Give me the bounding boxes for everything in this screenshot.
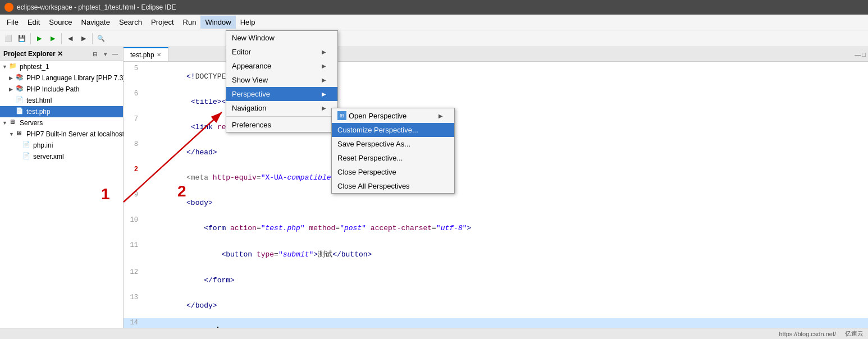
toolbar-back[interactable]: ◀ [64,33,76,45]
menu-edit[interactable]: Edit [23,16,44,29]
line-num-9: 9 [126,191,143,199]
menu-item-save-perspective[interactable]: Save Perspective As... [332,137,454,151]
toolbar-debug[interactable]: ▶ [47,33,59,45]
editor-tab-close[interactable]: ✕ [157,52,161,58]
editor-tab-end: — □ [852,47,868,61]
toolbar-sep2 [61,33,62,44]
menu-source[interactable]: Source [44,16,76,29]
toolbar-new[interactable]: ⬜ [2,33,15,45]
tree-test-php[interactable]: ▶ 📄 test.php [0,106,123,117]
perspective-submenu[interactable]: ⊞ Open Perspective ▶ Customize Perspecti… [331,108,455,194]
status-watermark: 亿速云 [845,329,864,338]
toolbar-save[interactable]: 💾 [16,33,28,45]
line-num-5: 5 [126,65,143,72]
code-content-11: <button type="submit">测试</button> [143,241,372,268]
menu-label-open-perspective: Open Perspective [349,112,406,120]
tree-label-php-lang: PHP Language Library [PHP 7.3] [26,74,125,82]
show-view-arrow-icon: ▶ [322,77,326,83]
tree-label-test-php: test.php [26,108,51,116]
code-content-8: </head> [143,140,217,165]
tree-label-phptest1: phptest_1 [20,63,49,71]
tree-label-server-xml: server.xml [33,153,64,161]
menu-help[interactable]: Help [236,16,260,29]
menu-label-close-all-perspectives: Close All Perspectives [337,182,410,190]
menu-item-navigation[interactable]: Navigation ▶ [226,101,337,115]
menu-run[interactable]: Run [179,16,201,29]
menu-navigate[interactable]: Navigate [77,16,115,29]
toolbar-sep3 [92,33,93,44]
status-url: https://blog.csdn.net/ [779,331,836,337]
sidebar-collapse-icon[interactable]: ⊟ [90,49,99,58]
menu-item-show-view[interactable]: Show View ▶ [226,73,337,87]
menu-item-preferences[interactable]: Preferences [226,118,337,132]
tree-phptest1[interactable]: ▼ 📁 phptest_1 [0,61,123,72]
toolbar-run[interactable]: ▶ [33,33,45,45]
sidebar-title: Project Explorer ✕ [3,50,63,58]
tree-arrow-servers: ▼ [2,120,9,126]
tree-php-ini[interactable]: ▶ 📄 php.ini [0,140,123,151]
sidebar-min-icon[interactable]: — [111,49,120,58]
toolbar-forward[interactable]: ▶ [77,33,90,45]
menu-item-perspective[interactable]: Perspective ▶ [226,87,337,101]
menu-file[interactable]: File [2,16,23,29]
menu-item-appearance[interactable]: Appearance ▶ [226,59,337,73]
toolbar-sep1 [30,33,31,44]
code-line-12: 12 </form> [124,268,868,293]
code-line-13: 13 </body> [124,293,868,318]
menu-item-new-window[interactable]: New Window [226,31,337,45]
line-num-13: 13 [126,294,143,301]
tree-php-include[interactable]: ▶ 📚 PHP Include Path [0,84,123,95]
menu-label-close-perspective: Close Perspective [337,168,396,176]
line-num-12: 12 [126,268,143,276]
code-content-10: <form action="test.php" method="post" ac… [143,216,471,241]
menu-search[interactable]: Search [115,16,147,29]
toolbar: ⬜ 💾 ▶ ▶ ◀ ▶ 🔍 [0,30,868,47]
ini-icon: 📄 [22,141,31,150]
menu-label-editor: Editor [232,48,251,56]
menu-project[interactable]: Project [147,16,178,29]
menu-item-open-perspective[interactable]: ⊞ Open Perspective ▶ [332,108,454,123]
code-line-2-spacer: 2 <meta http-equiv="X-UA-compatible" con… [124,165,868,190]
include-icon: 📚 [16,85,25,94]
menu-item-close-all-perspectives[interactable]: Close All Perspectives [332,179,454,193]
tree-test-html[interactable]: ▶ 📄 test.html [0,95,123,106]
menu-label-perspective: Perspective [232,90,270,98]
editor-min-icon[interactable]: — [855,51,861,58]
code-line-11: 11 <button type="submit">测试</button> [124,241,868,268]
tree-servers[interactable]: ▼ 🖥 Servers [0,117,123,129]
tree-label-test-html: test.html [26,97,52,104]
menu-label-new-window: New Window [232,34,275,42]
sidebar-menu-icon[interactable]: ▾ [100,49,109,58]
menu-item-editor[interactable]: Editor ▶ [226,45,337,59]
line-num-10: 10 [126,216,143,224]
code-content-13: </body> [143,293,217,318]
toolbar-search[interactable]: 🔍 [95,33,107,45]
tree-php7-server[interactable]: ▼ 🖥 PHP7 Built-in Server at localhost-co… [0,129,123,140]
server-icon: 🖥 [16,130,25,139]
servers-icon: 🖥 [9,118,18,127]
menu-label-show-view: Show View [232,76,268,84]
menu-item-reset-perspective[interactable]: Reset Perspective... [332,151,454,165]
window-menu[interactable]: New Window Editor ▶ Appearance ▶ Show Vi… [226,30,338,132]
tree-php-lang-lib[interactable]: ▶ 📚 PHP Language Library [PHP 7.3] [0,72,123,84]
menu-sep1 [226,116,337,117]
menu-label-preferences: Preferences [232,121,271,129]
window-title: eclipse-workspace - phptest_1/test.html … [17,3,176,11]
line-num-7: 7 [126,115,143,123]
eclipse-icon [4,3,13,12]
editor-arrow-icon: ▶ [322,49,326,55]
editor-max-icon[interactable]: □ [862,51,866,58]
menu-label-reset-perspective: Reset Perspective... [337,154,403,162]
menu-label-save-perspective: Save Perspective As... [337,140,410,148]
menu-item-customize-perspective[interactable]: Customize Perspective... [332,123,454,137]
code-line-10: 10 <form action="test.php" method="post"… [124,216,868,241]
editor-tab-label: test.php [130,51,154,59]
menu-window[interactable]: Window [200,16,235,29]
sidebar-header-icons: ⊟ ▾ — [90,49,120,58]
tree-server-xml[interactable]: ▶ 📄 server.xml [0,151,123,162]
editor-tab-test-php[interactable]: test.php ✕ [124,47,168,61]
code-content-12: </form> [143,268,235,293]
menu-item-close-perspective[interactable]: Close Perspective [332,165,454,179]
open-perspective-icon: ⊞ [337,111,346,120]
line-num-6: 6 [126,90,143,98]
